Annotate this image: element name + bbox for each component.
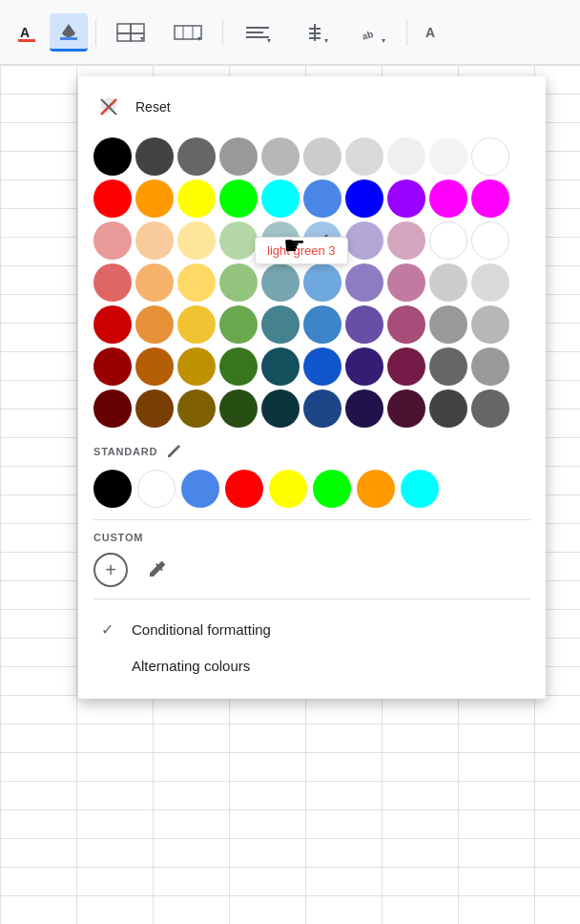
color-swatch[interactable] [471,221,509,260]
color-swatch[interactable] [135,137,174,176]
color-swatch[interactable] [93,305,132,344]
merge-button[interactable] [161,13,215,52]
color-swatch[interactable] [177,305,216,344]
color-swatch[interactable] [303,137,342,176]
color-swatch[interactable] [261,179,300,218]
text-rotation-button[interactable]: ab [345,13,399,52]
menu-item-conditional-formatting[interactable]: ✓Conditional formatting [93,611,530,648]
color-swatch[interactable] [135,389,174,428]
color-swatch[interactable] [471,263,509,302]
standard-color-swatch[interactable] [269,470,307,508]
color-swatch[interactable] [387,137,425,176]
color-swatch[interactable] [219,221,258,260]
color-swatch[interactable] [261,389,300,428]
color-swatch[interactable] [135,179,174,218]
color-swatch[interactable] [93,137,132,176]
color-swatch[interactable] [387,221,425,260]
edit-standard-button[interactable] [165,443,182,460]
color-swatch[interactable] [387,305,425,344]
custom-section: CUSTOM + [93,532,530,587]
color-swatch[interactable] [345,137,383,176]
standard-color-swatch[interactable] [401,470,439,508]
fill-color-button[interactable] [50,13,88,52]
color-swatch[interactable] [387,179,425,218]
color-swatch[interactable] [345,389,383,428]
color-row [93,263,530,302]
align-button[interactable] [231,13,284,52]
standard-color-swatch[interactable] [137,470,176,508]
color-row [93,137,530,176]
color-swatch[interactable] [471,305,509,344]
color-swatch[interactable] [387,347,425,386]
color-swatch[interactable] [387,263,425,302]
color-swatch[interactable] [345,221,383,260]
color-swatch[interactable] [177,347,216,386]
add-custom-color-button[interactable]: + [93,553,128,587]
color-swatch[interactable] [261,137,300,176]
color-swatch[interactable] [471,137,509,176]
color-swatch[interactable] [429,221,467,260]
menu-item-alternating-colours[interactable]: Alternating colours [93,648,530,683]
color-swatch[interactable] [303,179,342,218]
color-swatch[interactable] [219,137,258,176]
color-swatch[interactable] [135,305,174,344]
standard-colors-row [93,470,530,508]
color-swatch[interactable] [429,305,467,344]
color-swatch[interactable] [303,347,342,386]
color-swatch[interactable] [471,347,509,386]
standard-color-swatch[interactable] [313,470,351,508]
color-swatch[interactable] [345,305,383,344]
color-swatch[interactable] [429,389,467,428]
reset-row: Reset [93,92,530,122]
color-swatch[interactable] [177,137,216,176]
color-swatch[interactable] [471,179,509,218]
color-swatch[interactable] [345,179,383,218]
color-swatch[interactable] [93,221,132,260]
color-swatch[interactable] [261,221,300,260]
standard-color-swatch[interactable] [93,470,132,508]
color-row [93,389,530,428]
borders-button[interactable] [104,13,157,52]
color-swatch[interactable] [429,347,467,386]
color-swatch[interactable] [219,305,258,344]
color-swatch[interactable] [429,179,467,218]
no-color-button[interactable] [93,92,124,122]
standard-color-swatch[interactable] [357,470,395,508]
color-swatch[interactable] [345,347,383,386]
color-swatch[interactable] [93,389,132,428]
reset-label[interactable]: Reset [135,99,171,115]
color-swatch[interactable] [177,389,216,428]
font-color-button[interactable]: A [8,13,46,52]
color-swatch[interactable] [219,347,258,386]
eyedropper-button[interactable] [139,553,174,587]
color-swatch[interactable] [387,389,425,428]
color-swatch[interactable] [429,263,467,302]
color-swatch[interactable] [303,389,342,428]
color-swatch[interactable] [471,389,509,428]
color-swatch[interactable] [261,347,300,386]
color-swatch[interactable] [135,263,174,302]
color-swatch[interactable] [429,137,467,176]
color-swatch[interactable] [177,179,216,218]
color-swatch[interactable] [261,263,300,302]
divider-2 [222,19,223,46]
color-swatch[interactable] [135,221,174,260]
color-swatch[interactable] [303,305,342,344]
color-swatch[interactable] [135,347,174,386]
color-swatch[interactable] [219,179,258,218]
color-swatch[interactable] [261,305,300,344]
color-swatch[interactable] [93,347,132,386]
color-swatch[interactable] [219,263,258,302]
color-swatch[interactable] [93,179,132,218]
color-swatch[interactable] [177,221,216,260]
color-swatch[interactable] [177,263,216,302]
color-swatch[interactable] [303,221,342,260]
color-swatch[interactable] [303,263,342,302]
color-swatch[interactable] [219,389,258,428]
color-swatch[interactable] [93,263,132,302]
color-swatch[interactable] [345,263,383,302]
valign-button[interactable] [288,13,342,52]
text-format-button[interactable]: A [415,13,453,52]
standard-color-swatch[interactable] [225,470,263,508]
standard-color-swatch[interactable] [181,470,219,508]
